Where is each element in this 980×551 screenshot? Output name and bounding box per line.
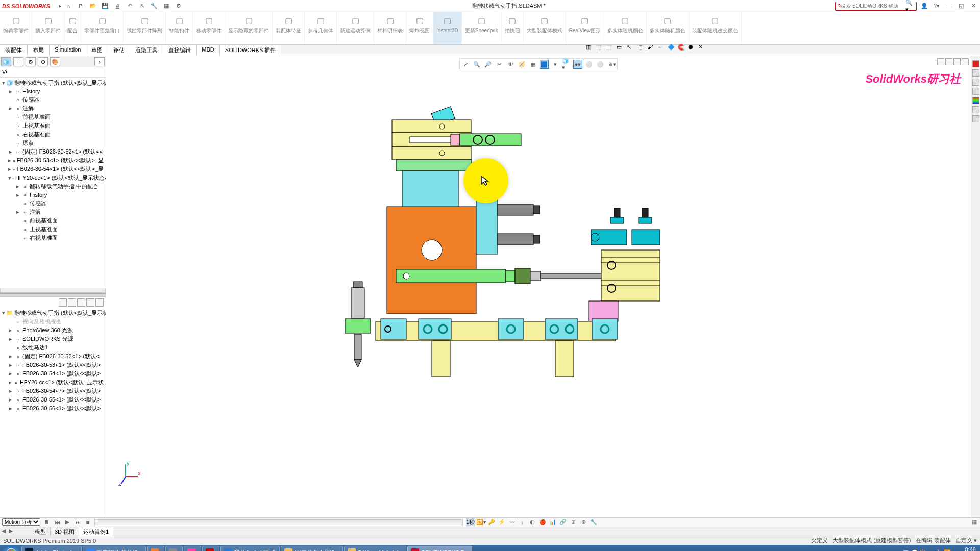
tab-8[interactable]: SOLIDWORKS 插件	[220, 45, 282, 56]
tree-item[interactable]: ▾▫HFY20-cc<1> (默认<默认_显示状态-	[1, 173, 105, 182]
tp-lib-icon[interactable]	[972, 79, 979, 86]
ribbon-edit[interactable]: ▢编辑零部件	[0, 12, 32, 44]
tree-item[interactable]: ▸▫注解	[1, 208, 105, 216]
task-item[interactable]: Adobe Photosh...	[21, 546, 82, 551]
ribbon-smart[interactable]: ▢智能扣件	[166, 12, 193, 44]
tree-item[interactable]: ▸▫翻转移载气动手指 中的配合	[1, 182, 105, 191]
tree-item[interactable]: ▫传感器	[1, 95, 105, 104]
help-search[interactable]: ? 🔍▾	[835, 2, 917, 11]
hud-select3-icon[interactable]: ▭	[617, 44, 625, 52]
home-icon[interactable]: ⌂	[64, 2, 72, 10]
tab-7[interactable]: MBD	[197, 45, 219, 56]
taskbar-clock[interactable]: 8:482024/8/4	[952, 547, 978, 551]
select-icon[interactable]: ⇱	[138, 2, 146, 10]
hud-select-cursor-icon[interactable]: ↖	[627, 44, 635, 52]
calc-icon[interactable]: 🖩	[43, 519, 51, 526]
help-dropdown-icon[interactable]: ?▾	[932, 2, 941, 11]
dview-icon[interactable]: 👁	[506, 60, 515, 69]
tab-6[interactable]: 直接编辑	[163, 45, 197, 56]
tab-1[interactable]: 布局	[28, 45, 50, 56]
search-input[interactable]	[841, 3, 905, 9]
zoom-fit-icon[interactable]: ⤢	[461, 60, 470, 69]
task-item[interactable]: C:\Users\Admini...	[344, 546, 407, 551]
tree-hscroll[interactable]	[0, 288, 106, 293]
ribbon-showhide[interactable]: ▢显示隐藏的零部件	[225, 12, 273, 44]
feature-tree[interactable]: ▾🧊翻转移载气动手指 (默认<默认_显示状态- ▸▫History▫传感器▸▫注…	[0, 78, 106, 287]
close-icon[interactable]: ✕	[969, 2, 978, 11]
tab-2[interactable]: Simulation	[50, 45, 86, 56]
print-icon[interactable]: 🖨	[113, 2, 121, 10]
ribbon-randcol[interactable]: ▢装配体随机改变颜色	[689, 12, 742, 44]
tree-item[interactable]: ▫上视基准面	[1, 225, 105, 234]
hide-show-icon[interactable]: 🧊▾	[562, 60, 571, 69]
filter-icon[interactable]	[59, 298, 67, 307]
hud-macro-icon[interactable]: ⬢	[688, 44, 696, 52]
undo-icon[interactable]: ↶	[126, 2, 134, 10]
display-icon[interactable]: ▦	[528, 60, 537, 69]
open-icon[interactable]: 📂	[89, 2, 97, 10]
ribbon-linpat[interactable]: ▢线性零部件阵列	[124, 12, 166, 44]
dim-tab[interactable]: ⊕	[38, 57, 48, 66]
tab-0[interactable]: 装配体	[0, 45, 28, 56]
motion-item[interactable]: ▸▫FB026-30-54<1> (默认<<默认>	[1, 369, 105, 378]
scene-icon[interactable]: ●▾	[573, 60, 582, 69]
task-item[interactable]: SOLIDWORKS P...	[407, 546, 472, 551]
wrench-icon[interactable]: 🔧	[590, 519, 597, 526]
tree-item[interactable]: ▫前视基准面	[1, 216, 105, 225]
start-button[interactable]	[2, 546, 20, 551]
task-item[interactable]: H:\微信公众号\0...	[281, 546, 342, 551]
ribbon-large[interactable]: ▢大型装配体模式	[524, 12, 566, 44]
vp-min-icon[interactable]	[945, 58, 952, 65]
tree-item[interactable]: ▸▫(固定) FB026-30-52<1> (默认<<	[1, 147, 105, 156]
tree-item[interactable]: ▫右视基准面	[1, 234, 105, 242]
ribbon-motion[interactable]: ▢新建运动算例	[337, 12, 374, 44]
restore-icon[interactable]: ◱	[957, 2, 966, 11]
filter-row[interactable]: ∇•	[0, 67, 106, 78]
tab-nav-right-icon[interactable]: ▶	[7, 527, 14, 534]
motion-item[interactable]: ▸▫(固定) FB026-30-52<1> (默认<	[1, 352, 105, 361]
shaded-edges-icon[interactable]: 🟦	[540, 60, 549, 69]
ribbon-preview[interactable]: ▢零部件预览窗口	[81, 12, 124, 44]
tree-item[interactable]: ▸▫History	[1, 191, 105, 199]
play-icon[interactable]: ▶	[64, 519, 71, 526]
tree-item[interactable]: ▫上视基准面	[1, 121, 105, 130]
menu-dropdown-icon[interactable]: ▸	[56, 2, 64, 10]
tree-item[interactable]: ▸▫FB026-30-54<1> (默认<<默认>_显	[1, 165, 105, 173]
motion-root[interactable]: ▾📁翻转移载气动手指 (默认<默认_显示状	[1, 309, 105, 317]
task-item[interactable]: 我的Android手机	[220, 546, 280, 551]
result-icon[interactable]: 📊	[549, 519, 556, 526]
rewind-icon[interactable]: ⏮	[54, 519, 61, 526]
hud-dim-icon[interactable]: ↔	[657, 44, 666, 52]
motion-item[interactable]: ▸▫SOLIDWORKS 光源	[1, 335, 105, 343]
more2-icon[interactable]: ⊕	[580, 519, 587, 526]
section-icon[interactable]: ✂	[495, 60, 504, 69]
tab-4[interactable]: 评估	[108, 45, 130, 56]
search-icon[interactable]: 🔍▾	[905, 0, 914, 13]
zoom-area-icon[interactable]: 🔍	[472, 60, 481, 69]
feature-tree-tab[interactable]: 🧊	[1, 57, 11, 66]
tab-3[interactable]: 草图	[86, 45, 108, 56]
hud-magnet-icon[interactable]: 🧲	[678, 44, 686, 52]
ribbon-move[interactable]: ▢移动零部件	[193, 12, 225, 44]
force-icon[interactable]: ↓	[519, 519, 526, 526]
bottom-tab-1[interactable]: 3D 视图	[51, 527, 79, 536]
settings-icon[interactable]: ⚙	[175, 2, 183, 10]
motion-item[interactable]: ▸▫FB026-30-53<1> (默认<<默认>	[1, 361, 105, 369]
more1-icon[interactable]: ⊕	[570, 519, 577, 526]
property-tab[interactable]: ≡	[13, 57, 23, 66]
spring-icon[interactable]: 〰	[508, 519, 516, 526]
panel-collapse-icon[interactable]: ›	[94, 57, 105, 66]
collapse-icon[interactable]: ▦	[971, 519, 978, 526]
motion-tree[interactable]: ▾📁翻转移载气动手指 (默认<默认_显示状 ▫视向及相机视图▸▫PhotoVie…	[0, 308, 106, 517]
ribbon-asmfeat[interactable]: ▢装配体特征	[273, 12, 305, 44]
appearance2-icon[interactable]: ⚪	[596, 60, 605, 69]
ribbon-explode[interactable]: ▢爆炸视图	[406, 12, 433, 44]
task-item[interactable]	[165, 546, 183, 551]
tp-appear-icon[interactable]	[972, 106, 979, 113]
motion-item[interactable]: ▸▫HFY20-cc<1> (默认<默认_显示状	[1, 378, 105, 387]
loop-icon[interactable]: 🔁▾	[478, 519, 485, 526]
vp-close-icon[interactable]	[962, 58, 969, 65]
orient-icon[interactable]: 🧭	[517, 60, 526, 69]
new-icon[interactable]: 🗋	[77, 2, 85, 10]
tree-item[interactable]: ▸▫FB026-30-53<1> (默认<<默认>_显	[1, 156, 105, 165]
